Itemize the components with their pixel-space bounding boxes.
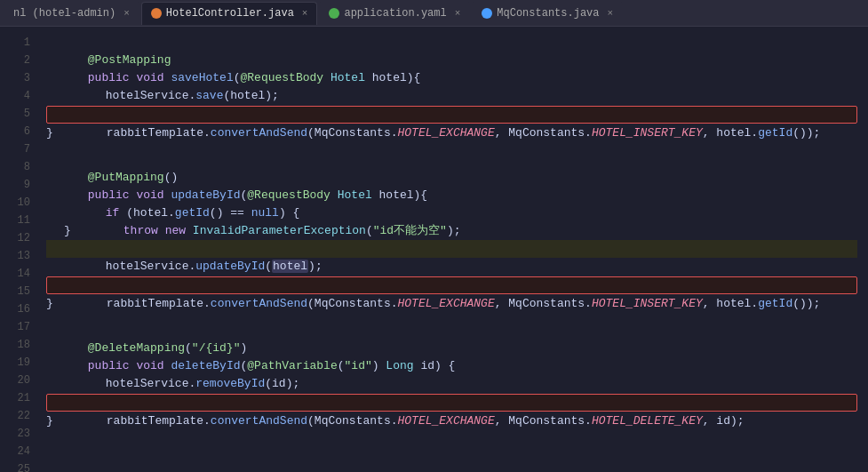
code-line: @PutMapping() [46,151,857,169]
yaml-icon [329,8,339,19]
code-line-highlighted: hotelService.updateById(hotel); [46,240,857,258]
code-line: @PostMapping [46,34,857,52]
java-icon [151,8,162,19]
highlighted-line-3: rabbitTemplate.convertAndSend(MqConstant… [46,394,857,412]
code-line: hotelService.removeById(id); [46,357,857,375]
code-line: public void updateById(@RequestBody Hote… [46,169,857,187]
code-line: } [46,124,857,142]
java-icon [482,8,492,19]
close-icon[interactable]: × [123,8,130,19]
close-icon[interactable]: × [455,8,461,19]
code-editor[interactable]: @PostMapping public void saveHotel(@Requ… [36,27,868,472]
tab-mq-constants[interactable]: MqConstants.java × [472,2,623,25]
tab-application-yaml[interactable]: application.yaml × [319,2,470,25]
code-line: } [46,295,857,313]
tab-hotel-controller[interactable]: HotelController.java × [141,2,318,25]
code-line [46,87,857,105]
highlighted-line-1: rabbitTemplate.convertAndSend(MqConstant… [46,106,857,124]
code-line: throw new InvalidParameterException("id不… [46,204,857,222]
editor-area: 1 2 3 4 5 6 7 8 9 10 11 12 13 14 15 16 1… [0,27,868,472]
code-line [46,258,857,276]
tab-label: MqConstants.java [497,7,599,20]
highlighted-line-2: rabbitTemplate.convertAndSend(MqConstant… [46,276,857,294]
code-line [46,375,857,393]
tab-bar: nl (hotel-admin) × HotelController.java … [0,0,868,27]
code-line: public void deleteById(@PathVariable("id… [46,340,857,357]
tab-label: nl (hotel-admin) [13,7,115,20]
close-icon[interactable]: × [608,8,614,19]
line-numbers: 1 2 3 4 5 6 7 8 9 10 11 12 13 14 15 16 1… [0,27,36,472]
code-line: if (hotel.getId() == null) { [46,187,857,204]
code-line: } [46,412,857,430]
code-line: @DeleteMapping("/{id}") [46,322,857,340]
code-line: public void saveHotel(@RequestBody Hotel… [46,52,857,69]
close-icon[interactable]: × [302,8,308,19]
code-line: } [46,222,857,240]
tab-nl-hotel-admin[interactable]: nl (hotel-admin) × [4,2,139,25]
code-line: hotelService.save(hotel); [46,69,857,87]
tab-label: HotelController.java [166,7,294,20]
tab-label: application.yaml [344,7,446,20]
